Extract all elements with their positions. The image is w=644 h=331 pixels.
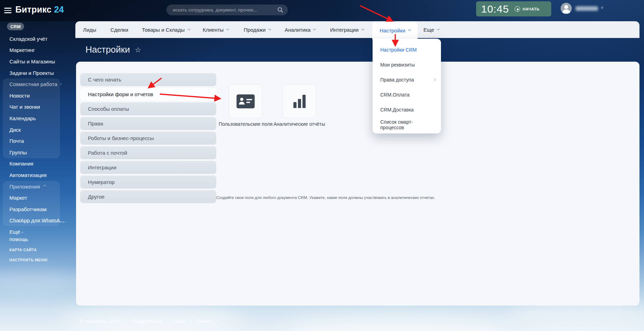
nav-tab[interactable]: Клиенты <box>203 21 229 38</box>
favorite-star-icon[interactable] <box>135 46 141 54</box>
nav-tab-label: Интеграции <box>330 27 359 33</box>
sidebar-item[interactable]: Автоматизация <box>0 169 75 181</box>
sidebar-item[interactable]: Почта <box>3 135 60 147</box>
avatar[interactable] <box>561 3 572 14</box>
dropdown-menu-item[interactable]: CRM.Оплата <box>373 87 441 102</box>
nav-tab[interactable]: Аналитика <box>285 21 315 38</box>
sidebar-item-crm-badge[interactable]: CRM <box>7 23 24 30</box>
nav-tab-label: Продажи <box>244 27 266 33</box>
settings-tile-label[interactable]: Пользовательские поля <box>218 121 274 128</box>
dropdown-menu-item[interactable]: Права доступа <box>373 72 441 87</box>
time-tracker-widget[interactable]: 10:45 НАЧАТЬ <box>476 1 551 16</box>
sidebar-item[interactable]: ChatApp для WhatsA... <box>3 215 60 226</box>
nav-tab[interactable]: Лиды <box>83 21 96 38</box>
dropdown-items: Настройки CRM Мои реквизиты Права доступ… <box>373 42 441 132</box>
nav-tab-label: Еще <box>424 27 434 33</box>
sidebar-item-label: Календарь <box>9 115 36 121</box>
nav-tab[interactable]: Товары и Склады <box>142 21 190 38</box>
footer-item[interactable]: Печать <box>190 318 217 324</box>
dropdown-item-label: Мои реквизиты <box>380 62 415 68</box>
nav-tab[interactable]: Продажи <box>244 21 271 38</box>
search-input[interactable] <box>166 5 288 15</box>
nav-tab-label: Товары и Склады <box>142 27 185 33</box>
sidebar-item-label: Диск <box>9 127 21 133</box>
dropdown-item-label: CRM.Доставка <box>380 107 414 113</box>
sidebar-item[interactable]: Чат и звонки <box>3 101 60 113</box>
sidebar-item[interactable]: Компания <box>0 158 75 170</box>
sidebar-item[interactable]: Диск <box>3 124 60 136</box>
sidebar-item-label: Автоматизация <box>9 172 47 178</box>
settings-category-label: Нумератор <box>88 179 115 185</box>
nav-tab[interactable]: Интеграции <box>330 21 364 38</box>
sidebar-item-label: Группы <box>9 149 27 155</box>
start-workday-button[interactable]: НАЧАТЬ <box>523 7 539 11</box>
dropdown-item-label: CRM.Оплата <box>380 92 410 98</box>
chevron-right-icon <box>433 78 436 81</box>
sidebar-item[interactable]: Приложения <box>3 181 60 192</box>
chevron-down-icon <box>408 28 411 31</box>
settings-category-label: Работа с почтой <box>88 150 127 156</box>
sidebar-item[interactable]: Задачи и Проекты <box>0 67 75 79</box>
settings-category-item[interactable]: Роботы и бизнес-процессы <box>80 132 216 145</box>
settings-category-item[interactable]: С чего начать <box>80 73 216 86</box>
bitrix24-logo[interactable]: Битрикс 24 <box>15 5 64 15</box>
sidebar-item[interactable]: Календарь <box>3 113 60 124</box>
dropdown-menu-item[interactable]: Список смарт-процессов <box>373 117 441 132</box>
footer-item[interactable]: Темы <box>167 318 190 324</box>
sidebar-menu: Складской учёт Маркетинг Сайты и Магазин… <box>0 33 75 238</box>
play-icon <box>515 6 520 12</box>
chevron-down-icon <box>361 28 364 30</box>
nav-tab[interactable]: Сделки <box>110 21 128 38</box>
sidebar-item-label: Почта <box>9 138 24 144</box>
bar-chart-icon <box>293 95 306 108</box>
sidebar-item-label: ChatApp для WhatsA... <box>9 217 64 223</box>
settings-tile[interactable] <box>229 84 262 118</box>
footer-item[interactable]: © «Битрикс», 2023 <box>80 318 126 324</box>
nav-tab[interactable]: Настройки <box>372 21 418 39</box>
nav-tab-label: Клиенты <box>203 27 224 33</box>
hamburger-menu-icon[interactable] <box>4 8 12 13</box>
dropdown-item-label: Права доступа <box>380 77 414 83</box>
sidebar-item[interactable]: Группы <box>3 147 60 158</box>
sidebar-item-label: Складской учёт <box>9 36 47 42</box>
footer-item[interactable]: Поддержка24 <box>126 318 167 324</box>
settings-category-item[interactable]: Интеграции <box>80 161 216 174</box>
settings-tile[interactable] <box>283 84 316 118</box>
sidebar-item[interactable]: Сайты и Магазины <box>0 56 75 67</box>
sidebar-item-label: Компания <box>9 161 33 167</box>
settings-category-item[interactable]: Способы оплаты <box>80 102 216 115</box>
sidebar-item[interactable]: Разработчикам <box>3 203 60 215</box>
user-name-blurred[interactable] <box>576 6 598 11</box>
nav-tab[interactable]: Еще <box>424 21 439 38</box>
search-icon[interactable] <box>277 7 283 13</box>
dropdown-menu-item[interactable]: CRM.Доставка <box>373 102 441 117</box>
clock-time: 10:45 <box>481 3 509 15</box>
nav-tab-label: Лиды <box>83 27 96 33</box>
settings-category-item[interactable]: Права <box>80 117 216 130</box>
chevron-down-icon <box>313 28 316 30</box>
chevron-down-icon <box>187 28 190 30</box>
settings-tile-label[interactable]: Аналитические отчёты <box>271 121 327 128</box>
sidebar-item[interactable]: Маркет <box>3 192 60 203</box>
sidebar-footer-link[interactable]: КАРТА САЙТА <box>9 245 47 255</box>
chevron-down-icon <box>268 28 271 30</box>
sidebar-item[interactable]: Маркетинг <box>0 45 75 56</box>
sidebar-item[interactable]: Новости <box>3 90 60 101</box>
settings-category-label: С чего начать <box>88 77 121 83</box>
sidebar-item-label: Совместная работа <box>9 81 57 87</box>
sidebar-item[interactable]: Совместная работа <box>3 78 60 90</box>
settings-category-item[interactable]: Другое <box>80 190 216 203</box>
chevron-up-icon <box>43 185 46 187</box>
sidebar-footer-link[interactable]: ПОМОЩЬ <box>9 234 47 245</box>
settings-category-item[interactable]: Работа с почтой <box>80 146 216 159</box>
dropdown-menu-item[interactable]: Мои реквизиты <box>373 57 441 72</box>
dropdown-menu-item[interactable]: Настройки CRM <box>373 42 441 57</box>
crm-top-navigation: Лиды Сделки Товары и Склады Клиенты Прод… <box>75 21 639 38</box>
sidebar-item-label: Маркет <box>9 195 27 201</box>
sidebar-item[interactable]: Складской учёт <box>0 33 75 45</box>
settings-category-item[interactable]: Нумератор <box>80 176 216 188</box>
sidebar-item-label: Сайты и Магазины <box>9 59 55 64</box>
settings-category-item[interactable]: Настройки форм и отчетов <box>80 88 216 101</box>
sidebar-footer-link[interactable]: НАСТРОИТЬ МЕНЮ <box>9 255 47 265</box>
settings-category-label: Роботы и бизнес-процессы <box>88 135 154 141</box>
